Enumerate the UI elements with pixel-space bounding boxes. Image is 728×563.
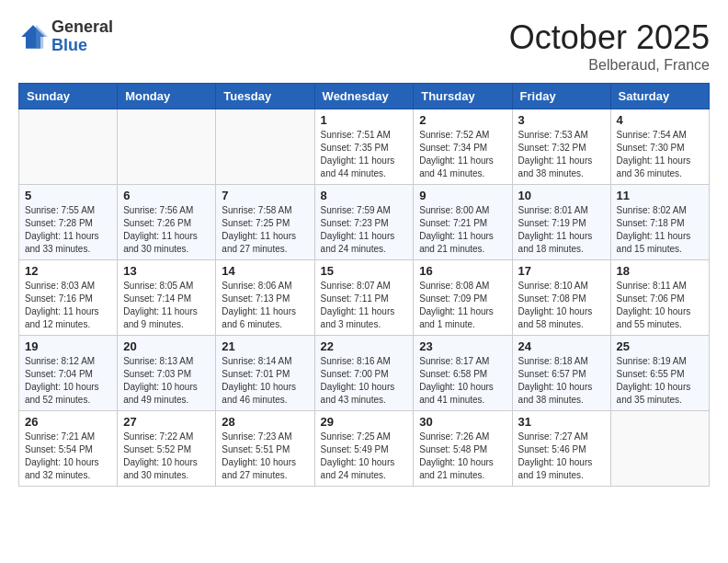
page-header: General Blue October 2025 Belberaud, Fra… [18, 18, 710, 74]
day-info: Sunrise: 8:11 AM Sunset: 7:06 PM Dayligh… [617, 280, 703, 331]
day-number: 22 [321, 339, 408, 353]
day-info: Sunrise: 7:51 AM Sunset: 7:35 PM Dayligh… [321, 129, 408, 180]
day-number: 29 [321, 415, 408, 429]
day-number: 23 [419, 339, 506, 353]
day-cell: 20Sunrise: 8:13 AM Sunset: 7:03 PM Dayli… [118, 336, 216, 411]
day-info: Sunrise: 7:21 AM Sunset: 5:54 PM Dayligh… [25, 431, 111, 482]
day-info: Sunrise: 7:59 AM Sunset: 7:23 PM Dayligh… [321, 204, 408, 256]
day-number: 10 [518, 189, 605, 202]
day-number: 8 [321, 189, 408, 202]
day-info: Sunrise: 8:14 AM Sunset: 7:01 PM Dayligh… [222, 355, 308, 407]
day-cell: 28Sunrise: 7:23 AM Sunset: 5:51 PM Dayli… [216, 411, 314, 487]
week-row-1: 1Sunrise: 7:51 AM Sunset: 7:35 PM Daylig… [19, 109, 710, 185]
day-number: 2 [419, 113, 506, 127]
day-number: 6 [123, 189, 210, 202]
day-cell: 6Sunrise: 7:56 AM Sunset: 7:26 PM Daylig… [118, 185, 216, 260]
day-info: Sunrise: 7:53 AM Sunset: 7:32 PM Dayligh… [518, 129, 605, 180]
day-cell [610, 411, 709, 487]
weekday-header-sunday: Sunday [19, 84, 118, 109]
day-cell: 11Sunrise: 8:02 AM Sunset: 7:18 PM Dayli… [610, 185, 709, 260]
weekday-header-wednesday: Wednesday [314, 84, 414, 109]
day-cell: 23Sunrise: 8:17 AM Sunset: 6:58 PM Dayli… [414, 336, 512, 411]
logo: General Blue [18, 18, 113, 55]
day-info: Sunrise: 8:05 AM Sunset: 7:14 PM Dayligh… [123, 280, 210, 331]
day-info: Sunrise: 8:07 AM Sunset: 7:11 PM Dayligh… [321, 280, 408, 331]
day-cell: 15Sunrise: 8:07 AM Sunset: 7:11 PM Dayli… [314, 260, 414, 336]
day-cell: 12Sunrise: 8:03 AM Sunset: 7:16 PM Dayli… [19, 260, 118, 336]
day-info: Sunrise: 7:54 AM Sunset: 7:30 PM Dayligh… [617, 129, 703, 180]
day-cell: 1Sunrise: 7:51 AM Sunset: 7:35 PM Daylig… [314, 109, 414, 185]
day-number: 15 [321, 264, 408, 278]
day-cell: 19Sunrise: 8:12 AM Sunset: 7:04 PM Dayli… [19, 336, 118, 411]
title-block: October 2025 Belberaud, France [509, 18, 710, 74]
day-cell: 25Sunrise: 8:19 AM Sunset: 6:55 PM Dayli… [610, 336, 709, 411]
day-number: 5 [25, 189, 111, 202]
day-cell: 16Sunrise: 8:08 AM Sunset: 7:09 PM Dayli… [414, 260, 512, 336]
day-cell: 31Sunrise: 7:27 AM Sunset: 5:46 PM Dayli… [512, 411, 610, 487]
day-cell: 3Sunrise: 7:53 AM Sunset: 7:32 PM Daylig… [512, 109, 610, 185]
day-cell [19, 109, 118, 185]
day-cell: 10Sunrise: 8:01 AM Sunset: 7:19 PM Dayli… [512, 185, 610, 260]
weekday-header-friday: Friday [512, 84, 610, 109]
day-info: Sunrise: 7:55 AM Sunset: 7:28 PM Dayligh… [25, 204, 111, 256]
weekday-header-thursday: Thursday [414, 84, 512, 109]
day-info: Sunrise: 8:12 AM Sunset: 7:04 PM Dayligh… [25, 355, 111, 407]
day-info: Sunrise: 8:18 AM Sunset: 6:57 PM Dayligh… [518, 355, 605, 407]
day-number: 13 [123, 264, 210, 278]
day-cell: 22Sunrise: 8:16 AM Sunset: 7:00 PM Dayli… [314, 336, 414, 411]
day-number: 25 [617, 339, 703, 353]
day-cell: 26Sunrise: 7:21 AM Sunset: 5:54 PM Dayli… [19, 411, 118, 487]
day-cell: 4Sunrise: 7:54 AM Sunset: 7:30 PM Daylig… [610, 109, 709, 185]
day-info: Sunrise: 8:13 AM Sunset: 7:03 PM Dayligh… [123, 355, 210, 407]
day-number: 4 [617, 113, 703, 127]
day-info: Sunrise: 8:06 AM Sunset: 7:13 PM Dayligh… [222, 280, 308, 331]
day-cell: 9Sunrise: 8:00 AM Sunset: 7:21 PM Daylig… [414, 185, 512, 260]
day-info: Sunrise: 7:23 AM Sunset: 5:51 PM Dayligh… [222, 431, 308, 482]
svg-marker-1 [36, 25, 48, 49]
day-cell: 24Sunrise: 8:18 AM Sunset: 6:57 PM Dayli… [512, 336, 610, 411]
day-number: 1 [321, 113, 408, 127]
calendar: SundayMondayTuesdayWednesdayThursdayFrid… [18, 83, 710, 487]
week-row-4: 19Sunrise: 8:12 AM Sunset: 7:04 PM Dayli… [19, 336, 710, 411]
day-cell: 27Sunrise: 7:22 AM Sunset: 5:52 PM Dayli… [118, 411, 216, 487]
day-cell: 17Sunrise: 8:10 AM Sunset: 7:08 PM Dayli… [512, 260, 610, 336]
day-info: Sunrise: 8:08 AM Sunset: 7:09 PM Dayligh… [419, 280, 506, 331]
day-number: 16 [419, 264, 506, 278]
day-cell [216, 109, 314, 185]
day-cell: 13Sunrise: 8:05 AM Sunset: 7:14 PM Dayli… [118, 260, 216, 336]
day-number: 12 [25, 264, 111, 278]
day-info: Sunrise: 7:22 AM Sunset: 5:52 PM Dayligh… [123, 431, 210, 482]
day-number: 26 [25, 415, 111, 429]
day-info: Sunrise: 8:19 AM Sunset: 6:55 PM Dayligh… [617, 355, 703, 407]
day-info: Sunrise: 8:10 AM Sunset: 7:08 PM Dayligh… [518, 280, 605, 331]
logo-blue: Blue [51, 37, 113, 55]
day-cell: 2Sunrise: 7:52 AM Sunset: 7:34 PM Daylig… [414, 109, 512, 185]
day-cell: 14Sunrise: 8:06 AM Sunset: 7:13 PM Dayli… [216, 260, 314, 336]
day-info: Sunrise: 8:02 AM Sunset: 7:18 PM Dayligh… [617, 204, 703, 256]
week-row-2: 5Sunrise: 7:55 AM Sunset: 7:28 PM Daylig… [19, 185, 710, 260]
day-number: 31 [518, 415, 605, 429]
day-cell: 30Sunrise: 7:26 AM Sunset: 5:48 PM Dayli… [414, 411, 512, 487]
day-cell: 29Sunrise: 7:25 AM Sunset: 5:49 PM Dayli… [314, 411, 414, 487]
day-cell: 21Sunrise: 8:14 AM Sunset: 7:01 PM Dayli… [216, 336, 314, 411]
day-number: 28 [222, 415, 308, 429]
day-cell: 5Sunrise: 7:55 AM Sunset: 7:28 PM Daylig… [19, 185, 118, 260]
day-number: 17 [518, 264, 605, 278]
day-info: Sunrise: 7:25 AM Sunset: 5:49 PM Dayligh… [321, 431, 408, 482]
day-number: 3 [518, 113, 605, 127]
weekday-header-saturday: Saturday [610, 84, 709, 109]
day-info: Sunrise: 7:52 AM Sunset: 7:34 PM Dayligh… [419, 129, 506, 180]
logo-icon [18, 22, 48, 52]
day-info: Sunrise: 7:26 AM Sunset: 5:48 PM Dayligh… [419, 431, 506, 482]
day-cell: 8Sunrise: 7:59 AM Sunset: 7:23 PM Daylig… [314, 185, 414, 260]
weekday-header-tuesday: Tuesday [216, 84, 314, 109]
day-info: Sunrise: 8:00 AM Sunset: 7:21 PM Dayligh… [419, 204, 506, 256]
week-row-5: 26Sunrise: 7:21 AM Sunset: 5:54 PM Dayli… [19, 411, 710, 487]
day-number: 30 [419, 415, 506, 429]
weekday-header-monday: Monday [118, 84, 216, 109]
weekday-header-row: SundayMondayTuesdayWednesdayThursdayFrid… [19, 84, 710, 109]
day-number: 27 [123, 415, 210, 429]
day-info: Sunrise: 8:17 AM Sunset: 6:58 PM Dayligh… [419, 355, 506, 407]
day-number: 11 [617, 189, 703, 202]
day-cell [118, 109, 216, 185]
